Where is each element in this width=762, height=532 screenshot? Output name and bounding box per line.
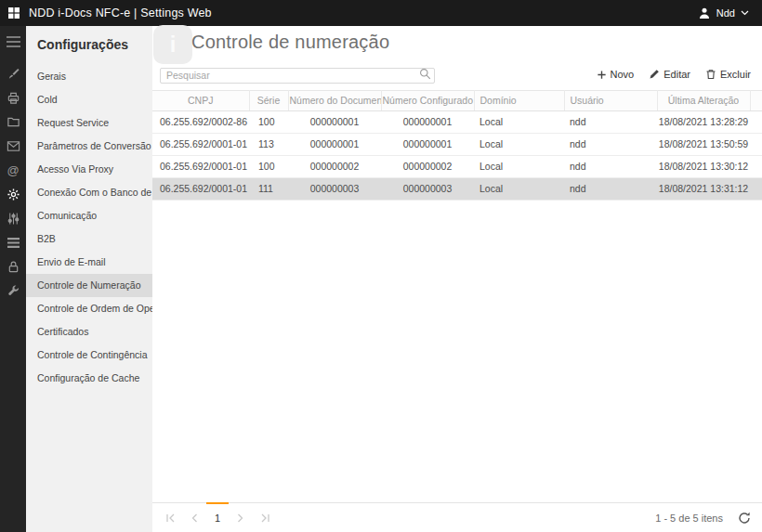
pager: 1 1 - 5 de 5 itens bbox=[152, 502, 762, 532]
list-icon[interactable] bbox=[0, 230, 26, 254]
table-row[interactable]: 06.255.692/0001-01111000000003000000003L… bbox=[152, 177, 762, 200]
data-grid: CNPJSérieNúmero do DocumentoNúmero Confi… bbox=[152, 90, 762, 201]
pager-info: 1 - 5 de 5 itens bbox=[655, 503, 723, 532]
page-title: Controle de numeração bbox=[191, 32, 389, 53]
printer-icon[interactable] bbox=[0, 85, 26, 110]
sidebar-item[interactable]: Configuração de Cache bbox=[26, 367, 152, 390]
column-header[interactable]: CNPJ bbox=[152, 90, 249, 110]
refresh-icon[interactable] bbox=[738, 503, 751, 532]
user-icon bbox=[698, 6, 711, 19]
column-header-filler bbox=[750, 90, 762, 110]
table-cell: 100 bbox=[249, 155, 288, 177]
sidebar-item[interactable]: Comunicação bbox=[26, 204, 152, 227]
table-cell: Local bbox=[474, 177, 564, 200]
user-menu[interactable]: Ndd bbox=[698, 6, 762, 19]
sidebar-item[interactable]: Controle de Contingência bbox=[26, 344, 152, 367]
table-cell: 000000003 bbox=[288, 177, 381, 200]
sidebar-title: Configurações bbox=[26, 26, 152, 65]
table-cell: 100 bbox=[249, 110, 288, 133]
sidebar: Configurações GeraisColdRequest ServiceP… bbox=[26, 26, 152, 532]
next-page-button[interactable] bbox=[229, 503, 253, 532]
sidebar-list: GeraisColdRequest ServiceParâmetros de C… bbox=[26, 65, 152, 390]
sidebar-item[interactable]: Envio de E-mail bbox=[26, 251, 152, 274]
search-icon[interactable] bbox=[419, 68, 431, 80]
user-name: Ndd bbox=[716, 7, 735, 19]
table-cell: 18/08/2021 13:50:59 bbox=[657, 133, 750, 155]
plus-icon bbox=[597, 70, 607, 80]
mail-icon[interactable] bbox=[0, 134, 26, 158]
grid-body: 06.255.692/0002-86100000000001000000001L… bbox=[152, 110, 762, 200]
delete-button[interactable]: Excluir bbox=[705, 69, 751, 80]
brush-icon[interactable] bbox=[0, 61, 26, 85]
grid-toolbar: Novo Editar Excluir bbox=[152, 63, 762, 84]
table-cell-filler bbox=[750, 110, 762, 133]
sliders-icon[interactable] bbox=[0, 206, 26, 230]
sidebar-item[interactable]: Cold bbox=[26, 88, 152, 111]
table-cell: 06.255.692/0002-86 bbox=[152, 110, 249, 133]
topbar: NDD i-Docs NFC-e | Settings Web Ndd bbox=[0, 0, 762, 26]
table-cell: ndd bbox=[564, 155, 657, 177]
column-header[interactable]: Número Configurado bbox=[381, 90, 474, 110]
delete-button-label: Excluir bbox=[720, 69, 751, 80]
column-header[interactable]: Série bbox=[249, 90, 288, 110]
table-cell-filler bbox=[750, 177, 762, 200]
sidebar-item[interactable]: Parâmetros de Conversão bbox=[26, 135, 152, 158]
sidebar-item[interactable]: Controle de Numeração bbox=[26, 274, 152, 297]
new-button-label: Novo bbox=[611, 69, 635, 80]
icon-rail: @ bbox=[0, 26, 26, 532]
folder-icon[interactable] bbox=[0, 110, 26, 134]
table-cell: 111 bbox=[249, 177, 288, 200]
column-header[interactable]: Domínio bbox=[474, 90, 564, 110]
table-cell: 000000002 bbox=[288, 155, 381, 177]
sidebar-item[interactable]: Acesso Via Proxy bbox=[26, 158, 152, 181]
last-page-button[interactable] bbox=[253, 503, 277, 532]
table-cell: 000000003 bbox=[381, 177, 474, 200]
page-watermark-icon: i bbox=[153, 25, 192, 64]
table-cell: Local bbox=[474, 133, 564, 155]
grid-header-row: CNPJSérieNúmero do DocumentoNúmero Confi… bbox=[152, 90, 762, 110]
prev-page-button[interactable] bbox=[182, 503, 206, 532]
wrench-icon[interactable] bbox=[0, 279, 26, 303]
trash-icon bbox=[705, 69, 716, 80]
table-cell-filler bbox=[750, 133, 762, 155]
sidebar-item[interactable]: Controle de Ordem de Operação bbox=[26, 297, 152, 320]
edit-button[interactable]: Editar bbox=[649, 69, 690, 80]
column-header[interactable]: Usuário bbox=[564, 90, 657, 110]
search-input[interactable] bbox=[160, 68, 435, 84]
sidebar-item[interactable]: Certificados bbox=[26, 320, 152, 344]
menu-icon[interactable] bbox=[0, 30, 26, 54]
table-cell: 000000001 bbox=[381, 133, 474, 155]
new-button[interactable]: Novo bbox=[597, 69, 635, 80]
table-cell: Local bbox=[474, 110, 564, 133]
table-row[interactable]: 06.255.692/0002-86100000000001000000001L… bbox=[152, 110, 762, 133]
table-cell-filler bbox=[750, 155, 762, 177]
page-header: i Controle de numeração bbox=[152, 26, 762, 63]
sidebar-item[interactable]: Request Service bbox=[26, 111, 152, 135]
table-cell: 000000002 bbox=[381, 155, 474, 177]
table-cell: Local bbox=[474, 155, 564, 177]
sidebar-item[interactable]: B2B bbox=[26, 227, 152, 251]
table-row[interactable]: 06.255.692/0001-01100000000002000000002L… bbox=[152, 155, 762, 177]
chevron-down-icon bbox=[741, 10, 749, 16]
at-icon[interactable]: @ bbox=[0, 158, 26, 182]
first-page-button[interactable] bbox=[158, 503, 182, 532]
column-header[interactable]: Número do Documento bbox=[288, 90, 381, 110]
search-box bbox=[160, 66, 435, 84]
page-number[interactable]: 1 bbox=[206, 502, 229, 532]
sidebar-item[interactable]: Gerais bbox=[26, 65, 152, 88]
table-cell: ndd bbox=[564, 177, 657, 200]
sidebar-item[interactable]: Conexão Com o Banco de Dados bbox=[26, 181, 152, 204]
lock-icon[interactable] bbox=[0, 254, 26, 279]
table-cell: 06.255.692/0001-01 bbox=[152, 155, 249, 177]
pencil-icon bbox=[649, 69, 660, 80]
column-header[interactable]: Última Alteração bbox=[657, 90, 750, 110]
table-cell: 000000001 bbox=[288, 110, 381, 133]
table-cell: 18/08/2021 13:28:29 bbox=[657, 110, 750, 133]
app-launcher-icon[interactable] bbox=[7, 6, 20, 19]
edit-button-label: Editar bbox=[663, 69, 690, 80]
table-cell: ndd bbox=[564, 133, 657, 155]
table-cell: 18/08/2021 13:30:12 bbox=[657, 155, 750, 177]
table-cell: ndd bbox=[564, 110, 657, 133]
gear-icon[interactable] bbox=[0, 182, 26, 206]
table-row[interactable]: 06.255.692/0001-01113000000001000000001L… bbox=[152, 133, 762, 155]
